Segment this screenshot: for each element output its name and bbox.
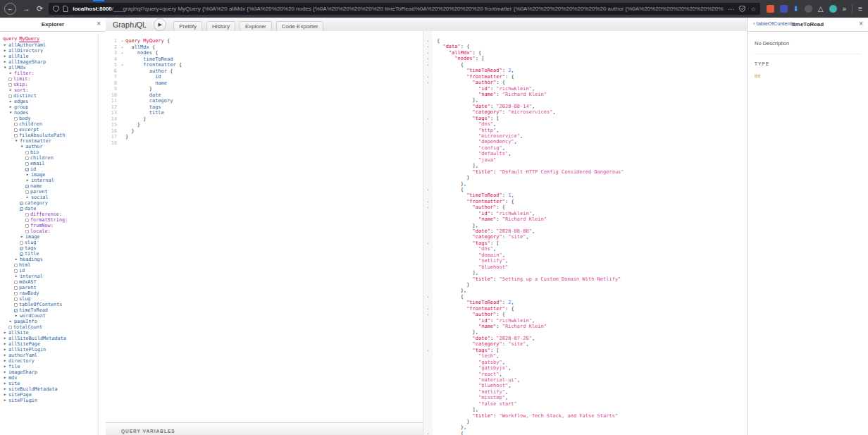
- explorer-item-internal[interactable]: ▶internal: [3, 178, 106, 183]
- extension-teal-icon[interactable]: [829, 5, 837, 13]
- explorer-item-allAuthorYaml[interactable]: ▶allAuthorYaml: [3, 42, 106, 48]
- operation-name-input[interactable]: MyQuery: [19, 36, 39, 42]
- explorer-item-sitePlugin[interactable]: ▶sitePlugin: [3, 398, 106, 403]
- explorer-item-sitePage[interactable]: ▶sitePage: [3, 392, 106, 398]
- explorer-item-body[interactable]: body: [3, 116, 106, 121]
- fold-arrow-icon[interactable]: ▾: [423, 199, 433, 204]
- explorer-item-sort[interactable]: ▶sort:: [3, 87, 106, 93]
- explorer-item-allDirectory[interactable]: ▶allDirectory: [3, 48, 106, 54]
- fold-arrow-icon[interactable]: ▾: [423, 74, 433, 80]
- checkbox-icon[interactable]: [25, 162, 29, 166]
- fold-arrow-icon[interactable]: ▾: [119, 50, 125, 56]
- explorer-item-id[interactable]: id: [3, 166, 106, 172]
- checkbox-checked-icon[interactable]: [20, 202, 23, 205]
- explorer-item-social[interactable]: ▶social: [3, 195, 106, 200]
- explorer-item-difference[interactable]: difference:: [3, 212, 106, 217]
- explorer-item-slug[interactable]: slug: [3, 296, 106, 302]
- editor-line[interactable]: 4 timeToRead: [106, 56, 423, 63]
- editor-line[interactable]: 6 author {: [106, 68, 423, 75]
- editor-line[interactable]: 15 }: [106, 122, 423, 128]
- explorer-item-internal[interactable]: ▶internal: [3, 274, 106, 279]
- explorer-item-group[interactable]: ▶group: [3, 104, 106, 110]
- checkbox-icon[interactable]: [14, 123, 18, 126]
- editor-line[interactable]: 10 date: [106, 92, 423, 99]
- explorer-item-mdxAST[interactable]: mdxAST: [3, 279, 106, 285]
- explorer-item-allSitePage[interactable]: ▶allSitePage: [3, 341, 106, 347]
- menu-icon[interactable]: ≡: [858, 5, 862, 13]
- explorer-item-id[interactable]: id: [3, 268, 106, 274]
- explorer-item-rawBody[interactable]: rawBody: [3, 290, 106, 296]
- checkbox-icon[interactable]: [14, 117, 18, 121]
- editor-line[interactable]: 13 title: [106, 110, 423, 116]
- query-variables-bar[interactable]: QUERY VARIABLES: [106, 422, 423, 435]
- checkbox-checked-icon[interactable]: [20, 252, 23, 256]
- explorer-item-edges[interactable]: ▶edges: [3, 99, 106, 104]
- editor-line[interactable]: 8 name: [106, 80, 423, 87]
- editor-line[interactable]: 5▾ frontmatter {: [106, 62, 423, 68]
- explorer-item-tableOfContents[interactable]: tableOfContents: [3, 302, 106, 307]
- explorer-close-icon[interactable]: ×: [97, 20, 101, 27]
- checkbox-icon[interactable]: [14, 298, 18, 301]
- checkbox-icon[interactable]: [25, 213, 29, 216]
- fold-arrow-icon[interactable]: ▾: [423, 306, 433, 312]
- explorer-item-authorYaml[interactable]: ▶authorYaml: [3, 353, 106, 358]
- fold-arrow-icon[interactable]: ▾: [423, 80, 433, 85]
- explorer-item-directory[interactable]: ▶directory: [3, 358, 106, 364]
- checkbox-icon[interactable]: [8, 326, 12, 329]
- explorer-tree[interactable]: queryMyQuery ▶allAuthorYaml▶allDirectory…: [0, 32, 106, 403]
- editor-line[interactable]: 7 id: [106, 74, 423, 80]
- explorer-item-nodes[interactable]: ▼nodes: [3, 110, 106, 116]
- editor-line[interactable]: 14 }: [106, 116, 423, 123]
- refresh-icon[interactable]: ⟳: [37, 5, 43, 13]
- explorer-item-email[interactable]: email: [3, 161, 106, 166]
- explorer-item-totalCount[interactable]: totalCount: [3, 324, 106, 330]
- doc-close-icon[interactable]: ×: [859, 20, 863, 27]
- doc-type-link[interactable]: Int: [755, 73, 861, 79]
- explorer-item-pageInfo[interactable]: ▶pageInfo: [3, 319, 106, 324]
- checkbox-icon[interactable]: [25, 224, 29, 228]
- fold-arrow-icon[interactable]: ▾: [423, 348, 433, 353]
- explorer-item-image[interactable]: ▶image: [3, 234, 106, 240]
- fold-arrow-icon[interactable]: ▾: [119, 38, 125, 44]
- checkbox-icon[interactable]: [25, 157, 29, 160]
- explorer-item-author[interactable]: ▼author: [3, 144, 106, 149]
- explorer-item-allSitePlugin[interactable]: ▶allSitePlugin: [3, 347, 106, 353]
- fold-arrow-icon[interactable]: ▾: [423, 240, 433, 246]
- checkbox-icon[interactable]: [14, 269, 18, 273]
- explorer-item-skip[interactable]: skip:: [3, 82, 106, 87]
- fold-arrow-icon[interactable]: ▾: [423, 62, 433, 68]
- explorer-item-allMdx[interactable]: ▼allMdx: [3, 65, 106, 71]
- checkbox-icon[interactable]: [25, 230, 29, 233]
- explorer-item-locale[interactable]: locale:: [3, 228, 106, 234]
- explorer-item-site[interactable]: ▶site: [3, 381, 106, 386]
- fold-arrow-icon[interactable]: ▾: [423, 431, 433, 435]
- explorer-item-tags[interactable]: tags: [3, 245, 106, 251]
- editor-line[interactable]: 17}: [106, 134, 423, 140]
- explorer-item-limit[interactable]: limit:: [3, 76, 106, 82]
- triangle-icon[interactable]: △: [818, 5, 824, 13]
- bookmark-star-icon[interactable]: ☆: [750, 6, 756, 13]
- history-button[interactable]: History: [206, 21, 235, 32]
- explorer-item-frontmatter[interactable]: ▼frontmatter: [3, 138, 106, 144]
- extension-shield-icon[interactable]: [780, 5, 788, 13]
- checkbox-checked-icon[interactable]: [25, 168, 29, 171]
- checkbox-icon[interactable]: [25, 190, 29, 194]
- url-overflow-icon[interactable]: ⋯: [728, 6, 734, 13]
- explorer-item-file[interactable]: ▶file: [3, 364, 106, 369]
- fold-arrow-icon[interactable]: ▾: [423, 38, 433, 44]
- explorer-item-filter[interactable]: ▶filter:: [3, 71, 106, 76]
- checkbox-icon[interactable]: [14, 286, 18, 290]
- checkbox-icon[interactable]: [14, 292, 18, 295]
- explorer-item-formatString[interactable]: formatString:: [3, 217, 106, 223]
- explorer-item-distinct[interactable]: distinct: [3, 93, 106, 99]
- checkbox-icon[interactable]: [25, 151, 29, 154]
- checkbox-icon[interactable]: [25, 219, 29, 222]
- explorer-item-children[interactable]: children: [3, 121, 106, 127]
- explorer-item-category[interactable]: category: [3, 200, 106, 206]
- fold-arrow-icon[interactable]: ▾: [423, 56, 433, 61]
- fold-arrow-icon[interactable]: ▾: [423, 294, 433, 300]
- editor-line[interactable]: 3▾ nodes {: [106, 50, 423, 56]
- checkbox-checked-icon[interactable]: [25, 185, 29, 188]
- overflow-chevrons-icon[interactable]: »: [843, 5, 847, 13]
- checkbox-icon[interactable]: [14, 134, 18, 137]
